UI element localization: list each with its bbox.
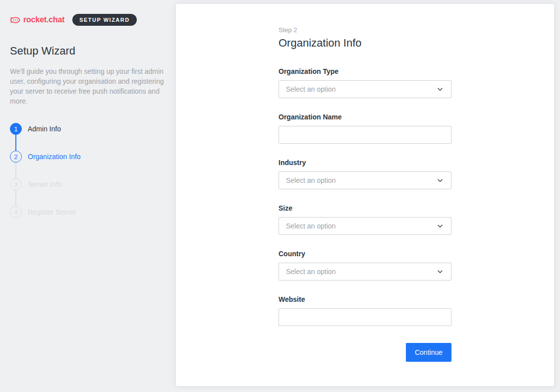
wizard-stepper: 1 Admin Info 2 Organization Info 3 Serve…	[10, 123, 166, 218]
step-register-server[interactable]: 4 Register Server	[10, 206, 166, 218]
sidebar-title: Setup Wizard	[10, 45, 166, 57]
step-number-badge: 2	[10, 151, 22, 163]
field-label: Country	[279, 249, 451, 259]
field-label: Organization Type	[279, 66, 451, 76]
industry-select[interactable]: Select an option	[279, 171, 451, 189]
step-label: Admin Info	[28, 125, 61, 133]
step-label: Organization Info	[28, 153, 81, 161]
step-connector	[15, 163, 16, 178]
step-label: Register Server	[28, 208, 76, 216]
select-placeholder: Select an option	[286, 222, 336, 230]
step-number-badge: 1	[10, 123, 22, 135]
select-placeholder: Select an option	[286, 176, 336, 184]
size-select[interactable]: Select an option	[279, 217, 451, 235]
chevron-down-icon	[436, 222, 444, 230]
field-label: Website	[279, 294, 451, 304]
rocketchat-logo: rocket.chat	[10, 15, 64, 25]
rocketchat-wordmark: rocket.chat	[23, 15, 64, 24]
page-title: Organization Info	[279, 36, 451, 51]
field-size: Size Select an option	[279, 203, 451, 235]
chevron-down-icon	[436, 176, 444, 184]
step-connector	[15, 135, 16, 151]
sidebar-description: We'll guide you through setting up your …	[10, 66, 165, 106]
website-input[interactable]	[279, 308, 451, 326]
chevron-down-icon	[436, 85, 444, 93]
form-actions: Continue	[279, 343, 451, 362]
step-organization-info[interactable]: 2 Organization Info	[10, 151, 166, 163]
field-organization-name: Organization Name	[279, 112, 451, 144]
field-label: Size	[279, 203, 451, 213]
field-label: Industry	[279, 158, 451, 168]
field-label: Organization Name	[279, 112, 451, 122]
step-number-badge: 3	[10, 178, 22, 190]
step-label: Server Info	[28, 180, 61, 188]
step-eyebrow: Step 2	[279, 26, 451, 35]
wizard-card: Step 2 Organization Info Organization Ty…	[176, 4, 554, 386]
select-placeholder: Select an option	[286, 268, 336, 276]
select-placeholder: Select an option	[286, 85, 336, 93]
field-website: Website	[279, 294, 451, 326]
country-select[interactable]: Select an option	[279, 263, 451, 280]
organization-info-form: Step 2 Organization Info Organization Ty…	[279, 4, 451, 362]
step-connector	[15, 190, 16, 206]
logo-row: rocket.chat SETUP WIZARD	[10, 14, 166, 26]
step-admin-info[interactable]: 1 Admin Info	[10, 123, 166, 135]
organization-name-input[interactable]	[279, 126, 451, 144]
chevron-down-icon	[436, 268, 444, 276]
field-organization-type: Organization Type Select an option	[279, 66, 451, 98]
organization-type-select[interactable]: Select an option	[279, 80, 451, 98]
setup-wizard-badge: SETUP WIZARD	[72, 14, 137, 26]
setup-wizard-sidebar: rocket.chat SETUP WIZARD Setup Wizard We…	[0, 0, 176, 392]
field-industry: Industry Select an option	[279, 158, 451, 189]
rocketchat-bubble-icon	[10, 15, 20, 25]
step-server-info[interactable]: 3 Server Info	[10, 178, 166, 190]
step-number-badge: 4	[10, 206, 22, 218]
continue-button[interactable]: Continue	[406, 343, 451, 362]
field-country: Country Select an option	[279, 249, 451, 280]
